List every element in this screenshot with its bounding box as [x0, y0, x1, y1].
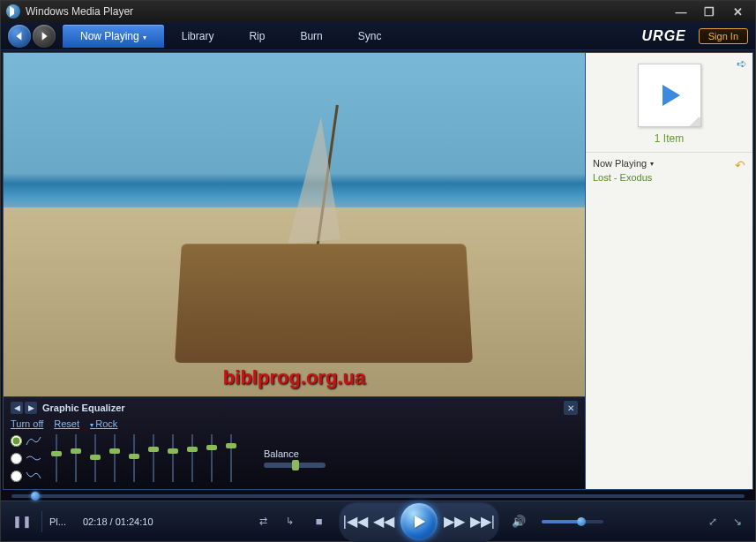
player-controls: ❚❚ Pl... 02:18 / 01:24:10 ⇄ ↳ ■ |◀◀ ◀◀ ▶… — [1, 501, 755, 541]
next-button[interactable]: ▶▶| — [469, 510, 496, 533]
video-viewport[interactable]: biblprog.org.ua — [4, 53, 585, 396]
eq-close-button[interactable]: ✕ — [564, 401, 578, 415]
fast-forward-button[interactable]: ▶▶ — [441, 510, 468, 533]
eq-band-sliders — [50, 434, 237, 482]
tab-rip[interactable]: Rip — [231, 25, 282, 48]
eq-band-5[interactable] — [128, 434, 140, 482]
rewind-button[interactable]: ◀◀ — [371, 510, 397, 533]
pane-collapse-icon[interactable]: ➪ — [737, 56, 747, 71]
watermark-text: biblprog.org.ua — [223, 366, 365, 389]
close-button[interactable]: ✕ — [725, 4, 750, 19]
eq-band-10[interactable] — [225, 434, 237, 482]
playlist-pane: ➪ 1 Item ↶ Now Playing Lost - Exodus — [585, 53, 752, 489]
eq-next-enhancement[interactable]: ▶ — [25, 402, 37, 414]
main-area: biblprog.org.ua ◀ ▶ Graphic Equalizer ✕ … — [3, 52, 753, 490]
eq-balance-label: Balance — [264, 448, 326, 459]
undo-icon[interactable]: ↶ — [735, 158, 745, 172]
eq-band-7[interactable] — [167, 434, 179, 482]
eq-mode-2[interactable] — [11, 452, 41, 464]
play-button[interactable] — [400, 503, 438, 540]
eq-prev-enhancement[interactable]: ◀ — [11, 402, 23, 414]
stop-button[interactable]: ■ — [307, 509, 332, 534]
volume-slider[interactable] — [542, 520, 603, 523]
transport-cluster: |◀◀ ◀◀ ▶▶ ▶▶| — [339, 501, 499, 542]
tab-library[interactable]: Library — [164, 25, 232, 48]
signin-button[interactable]: Sign In — [699, 28, 748, 44]
maximize-button[interactable]: ❐ — [697, 4, 722, 19]
repeat-button[interactable]: ↳ — [281, 512, 300, 531]
previous-button[interactable]: |◀◀ — [342, 510, 369, 533]
eq-band-4[interactable] — [109, 434, 121, 482]
app-title: Windows Media Player — [26, 5, 133, 18]
playback-status: Pl... — [49, 516, 76, 527]
tab-burn[interactable]: Burn — [282, 25, 340, 48]
nav-bar: Now Playing Library Rip Burn Sync URGE S… — [1, 22, 755, 50]
urge-logo[interactable]: URGE — [642, 28, 686, 44]
equalizer-panel: ◀ ▶ Graphic Equalizer ✕ Turn off Reset R… — [4, 396, 585, 489]
time-display: 02:18 / 01:24:10 — [83, 516, 153, 527]
seek-bar-row — [1, 492, 755, 501]
eq-title: Graphic Equalizer — [42, 403, 564, 413]
pause-indicator-button[interactable]: ❚❚ — [10, 509, 34, 534]
eq-band-1[interactable] — [50, 434, 63, 482]
now-playing-dropdown[interactable]: Now Playing — [593, 158, 735, 169]
app-icon — [6, 4, 20, 19]
titlebar: Windows Media Player — ❐ ✕ — [1, 1, 755, 22]
eq-mode-1[interactable] — [11, 434, 41, 447]
eq-mode-radios — [11, 434, 41, 482]
tab-sync[interactable]: Sync — [341, 25, 400, 48]
seek-bar[interactable] — [11, 494, 745, 498]
eq-turnoff-link[interactable]: Turn off — [11, 418, 43, 429]
eq-balance-slider[interactable] — [264, 463, 326, 468]
playlist-item-count: 1 Item — [593, 132, 745, 145]
tab-now-playing[interactable]: Now Playing — [63, 25, 164, 48]
fullscreen-button[interactable]: ⤢ — [704, 513, 722, 531]
video-column: biblprog.org.ua ◀ ▶ Graphic Equalizer ✕ … — [4, 53, 585, 489]
nav-tabs: Now Playing Library Rip Burn Sync — [63, 25, 630, 48]
seek-thumb[interactable] — [31, 492, 40, 501]
eq-band-6[interactable] — [147, 434, 160, 482]
eq-preset-dropdown[interactable]: Rock — [90, 418, 117, 429]
back-button[interactable] — [8, 25, 31, 48]
app-window: Windows Media Player — ❐ ✕ Now Playing L… — [0, 0, 756, 542]
shuffle-button[interactable]: ⇄ — [254, 512, 273, 531]
mute-button[interactable]: 🔊 — [506, 509, 531, 534]
eq-band-8[interactable] — [186, 434, 198, 482]
eq-band-9[interactable] — [206, 434, 218, 482]
eq-band-3[interactable] — [89, 434, 101, 482]
eq-reset-link[interactable]: Reset — [54, 418, 79, 429]
forward-button[interactable] — [33, 25, 56, 48]
eq-band-2[interactable] — [70, 434, 82, 482]
now-playing-thumbnail[interactable] — [638, 64, 701, 127]
playlist-track-1[interactable]: Lost - Exodus — [593, 169, 745, 186]
eq-mode-3[interactable] — [11, 470, 41, 482]
compact-mode-button[interactable]: ↘ — [729, 513, 746, 531]
minimize-button[interactable]: — — [669, 4, 693, 19]
